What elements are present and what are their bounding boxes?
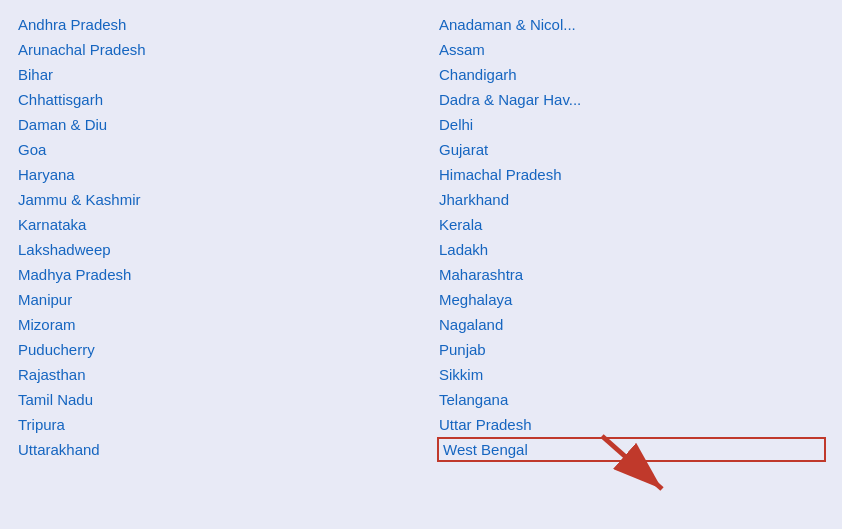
- state-item-haryana[interactable]: Haryana: [16, 162, 405, 187]
- state-item-sikkim[interactable]: Sikkim: [437, 362, 826, 387]
- state-item-maharashtra[interactable]: Maharashtra: [437, 262, 826, 287]
- state-item-gujarat[interactable]: Gujarat: [437, 137, 826, 162]
- state-item-ladakh[interactable]: Ladakh: [437, 237, 826, 262]
- state-item-mizoram[interactable]: Mizoram: [16, 312, 405, 337]
- state-item-chandigarh[interactable]: Chandigarh: [437, 62, 826, 87]
- state-item-himachal-pradesh[interactable]: Himachal Pradesh: [437, 162, 826, 187]
- state-item-telangana[interactable]: Telangana: [437, 387, 826, 412]
- state-item-uttarakhand[interactable]: Uttarakhand: [16, 437, 405, 462]
- state-item-puducherry[interactable]: Puducherry: [16, 337, 405, 362]
- state-item-nagaland[interactable]: Nagaland: [437, 312, 826, 337]
- state-item-madhya-pradesh[interactable]: Madhya Pradesh: [16, 262, 405, 287]
- state-item-daman-diu[interactable]: Daman & Diu: [16, 112, 405, 137]
- state-item-arunachal-pradesh[interactable]: Arunachal Pradesh: [16, 37, 405, 62]
- state-item-kerala[interactable]: Kerala: [437, 212, 826, 237]
- state-item-west-bengal[interactable]: West Bengal: [437, 437, 826, 462]
- state-item-karnataka[interactable]: Karnataka: [16, 212, 405, 237]
- state-item-rajasthan[interactable]: Rajasthan: [16, 362, 405, 387]
- state-item-lakshadweep[interactable]: Lakshadweep: [16, 237, 405, 262]
- left-column: Andhra PradeshArunachal PradeshBiharChha…: [0, 8, 421, 521]
- state-item-tripura[interactable]: Tripura: [16, 412, 405, 437]
- right-column: Anadaman & Nicol...AssamChandigarhDadra …: [421, 8, 842, 521]
- state-item-assam[interactable]: Assam: [437, 37, 826, 62]
- state-item-tamil-nadu[interactable]: Tamil Nadu: [16, 387, 405, 412]
- state-item-chhattisgarh[interactable]: Chhattisgarh: [16, 87, 405, 112]
- state-item-manipur[interactable]: Manipur: [16, 287, 405, 312]
- state-item-meghalaya[interactable]: Meghalaya: [437, 287, 826, 312]
- state-item-andhra-pradesh[interactable]: Andhra Pradesh: [16, 12, 405, 37]
- state-item-punjab[interactable]: Punjab: [437, 337, 826, 362]
- state-item-delhi[interactable]: Delhi: [437, 112, 826, 137]
- state-item-andaman-nicobar[interactable]: Anadaman & Nicol...: [437, 12, 826, 37]
- main-container: Andhra PradeshArunachal PradeshBiharChha…: [0, 0, 842, 529]
- state-item-jharkhand[interactable]: Jharkhand: [437, 187, 826, 212]
- state-item-uttar-pradesh[interactable]: Uttar Pradesh: [437, 412, 826, 437]
- state-item-bihar[interactable]: Bihar: [16, 62, 405, 87]
- state-item-dadra-nagar-haveli[interactable]: Dadra & Nagar Hav...: [437, 87, 826, 112]
- state-item-jammu-kashmir[interactable]: Jammu & Kashmir: [16, 187, 405, 212]
- state-item-goa[interactable]: Goa: [16, 137, 405, 162]
